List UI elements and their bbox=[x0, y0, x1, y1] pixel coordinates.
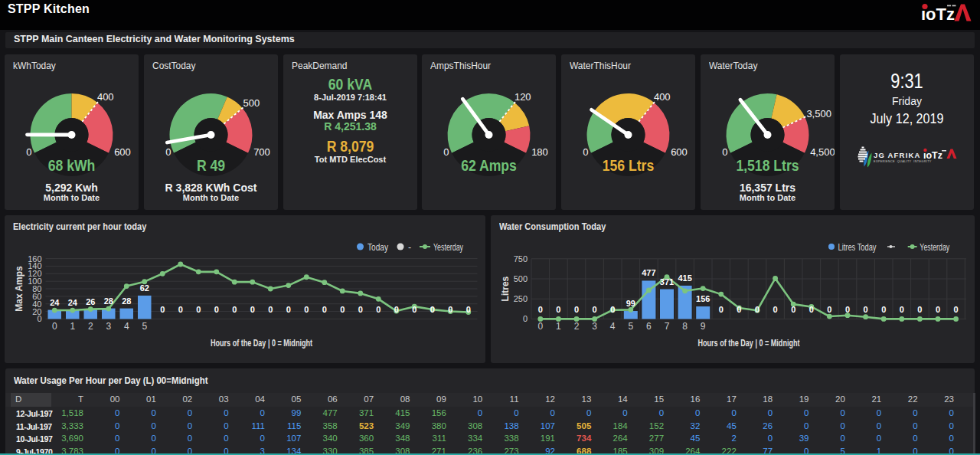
svg-text:ıoTz: ıoTz bbox=[921, 5, 955, 24]
svg-text:4: 4 bbox=[610, 321, 616, 332]
svg-text:3: 3 bbox=[106, 321, 111, 332]
svg-text:0: 0 bbox=[52, 321, 57, 332]
svg-text:500: 500 bbox=[514, 274, 528, 283]
svg-text:0: 0 bbox=[523, 314, 528, 323]
svg-text:0: 0 bbox=[773, 305, 778, 314]
svg-text:28: 28 bbox=[104, 296, 113, 306]
svg-text:371: 371 bbox=[660, 277, 674, 286]
svg-text:415: 415 bbox=[678, 273, 691, 283]
svg-text:0: 0 bbox=[340, 305, 345, 314]
svg-text:0: 0 bbox=[250, 305, 255, 314]
svg-text:0: 0 bbox=[537, 321, 543, 332]
svg-text:28: 28 bbox=[122, 296, 131, 306]
svg-text:156: 156 bbox=[696, 294, 710, 303]
svg-text:Today: Today bbox=[368, 242, 389, 253]
svg-text:Litres Today: Litres Today bbox=[838, 242, 877, 253]
svg-text:0: 0 bbox=[719, 305, 724, 314]
svg-text:0: 0 bbox=[791, 305, 795, 314]
svg-text:0: 0 bbox=[900, 305, 904, 314]
svg-text:477: 477 bbox=[642, 268, 655, 277]
svg-text:2: 2 bbox=[574, 321, 580, 332]
svg-text:0: 0 bbox=[304, 305, 309, 314]
svg-text:0: 0 bbox=[430, 305, 435, 314]
svg-text:6: 6 bbox=[646, 321, 652, 332]
svg-text:JG AFRIKA: JG AFRIKA bbox=[874, 151, 921, 159]
svg-text:0: 0 bbox=[160, 305, 165, 314]
svg-text:0: 0 bbox=[448, 305, 452, 314]
svg-text:-: - bbox=[408, 242, 411, 253]
svg-text:24: 24 bbox=[68, 298, 78, 307]
svg-text:0: 0 bbox=[466, 305, 471, 314]
svg-text:0: 0 bbox=[556, 305, 560, 314]
svg-text:0: 0 bbox=[286, 305, 291, 314]
svg-text:0: 0 bbox=[358, 305, 363, 314]
svg-text:0: 0 bbox=[412, 305, 416, 314]
svg-text:5: 5 bbox=[628, 321, 633, 332]
svg-text:0: 0 bbox=[917, 305, 922, 314]
svg-text:120: 120 bbox=[514, 91, 531, 103]
svg-text:99: 99 bbox=[626, 299, 635, 308]
svg-text:0: 0 bbox=[936, 305, 940, 314]
svg-text:26: 26 bbox=[86, 297, 95, 306]
svg-text:7: 7 bbox=[665, 321, 670, 332]
svg-text:Yesterday: Yesterday bbox=[433, 242, 464, 253]
svg-text:4: 4 bbox=[124, 321, 129, 332]
svg-text:0: 0 bbox=[214, 305, 219, 314]
svg-text:8: 8 bbox=[682, 321, 688, 332]
svg-text:Hours of the Day | 0 = Midnigh: Hours of the Day | 0 = Midnight bbox=[211, 338, 312, 349]
svg-text:0: 0 bbox=[376, 305, 381, 314]
svg-text:ıoTz: ıoTz bbox=[923, 150, 942, 161]
svg-text:0: 0 bbox=[196, 305, 201, 314]
svg-text:0: 0 bbox=[394, 305, 399, 314]
svg-text:9: 9 bbox=[701, 321, 706, 332]
svg-text:400: 400 bbox=[97, 91, 114, 103]
svg-text:0: 0 bbox=[574, 305, 579, 314]
svg-text:250: 250 bbox=[514, 294, 528, 303]
svg-text:0: 0 bbox=[178, 305, 183, 314]
svg-text:500: 500 bbox=[243, 97, 260, 109]
svg-text:750: 750 bbox=[514, 254, 528, 264]
svg-text:5: 5 bbox=[142, 321, 147, 332]
svg-text:0: 0 bbox=[755, 305, 760, 314]
svg-text:0: 0 bbox=[322, 305, 327, 314]
svg-text:0: 0 bbox=[881, 305, 886, 314]
svg-text:0: 0 bbox=[737, 305, 741, 314]
svg-text:0: 0 bbox=[232, 305, 237, 314]
svg-text:Hours of the Day | 0 = Midnigh: Hours of the Day | 0 = Midnight bbox=[698, 338, 800, 349]
svg-text:0: 0 bbox=[610, 305, 615, 314]
svg-text:62: 62 bbox=[140, 283, 149, 293]
svg-text:0: 0 bbox=[268, 305, 273, 314]
svg-text:Yesterday: Yesterday bbox=[920, 242, 950, 253]
svg-text:Litres: Litres bbox=[500, 276, 511, 301]
svg-text:Max Amps: Max Amps bbox=[14, 266, 24, 312]
svg-text:0: 0 bbox=[864, 305, 868, 314]
svg-text:160: 160 bbox=[28, 254, 41, 264]
svg-text:0: 0 bbox=[538, 305, 543, 314]
svg-text:24: 24 bbox=[50, 298, 60, 307]
svg-text:2: 2 bbox=[88, 321, 93, 332]
svg-text:3,500: 3,500 bbox=[806, 108, 831, 119]
svg-text:400: 400 bbox=[654, 91, 671, 103]
svg-text:0: 0 bbox=[593, 305, 597, 314]
svg-text:0: 0 bbox=[845, 305, 850, 314]
svg-text:0: 0 bbox=[954, 305, 959, 314]
svg-text:0: 0 bbox=[809, 305, 814, 314]
svg-text:0: 0 bbox=[827, 305, 831, 314]
svg-text:1: 1 bbox=[556, 321, 561, 332]
svg-text:3: 3 bbox=[592, 321, 597, 332]
svg-text:1: 1 bbox=[70, 321, 75, 332]
